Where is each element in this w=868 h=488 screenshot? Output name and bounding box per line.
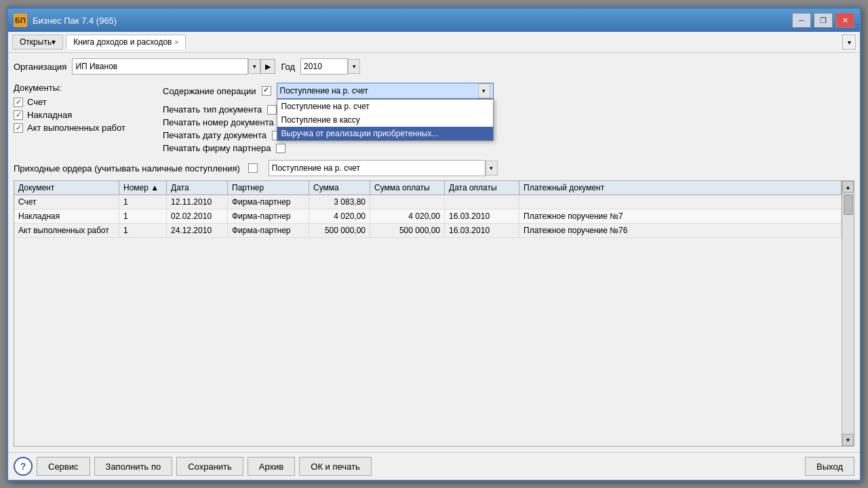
year-label: Год (281, 62, 295, 72)
main-window: БП Бизнес Пак 7.4 (965) ─ ❐ ✕ Открыть▾ К… (7, 7, 861, 481)
app-icon: БП (14, 14, 27, 27)
td-sum-2: 500 000,00 (309, 224, 370, 237)
table-row[interactable]: Акт выполненных работ 1 24.12.2010 Фирма… (14, 224, 842, 238)
doc-item-nakl: Накладная (14, 110, 163, 120)
service-button[interactable]: Сервис (37, 457, 90, 476)
print-label-0: Печатать тип документа (163, 104, 262, 115)
td-paydoc-0 (519, 195, 842, 209)
doc-label-act: Акт выполненных работ (27, 123, 125, 133)
fill-button[interactable]: Заполнить по (94, 457, 173, 476)
th-document[interactable]: Документ (14, 181, 119, 195)
th-date[interactable]: Дата (167, 181, 228, 195)
tab-close-icon[interactable]: × (175, 39, 179, 46)
close-button[interactable]: ✕ (835, 13, 854, 28)
restore-button[interactable]: ❐ (814, 13, 833, 28)
income-combo[interactable]: Поступление на р. счет (269, 160, 486, 176)
scroll-up-button[interactable]: ▲ (842, 181, 854, 193)
save-button[interactable]: Сохранить (176, 457, 243, 476)
documents-table: Документ Номер ▲ Дата Партнер Сумма Сумм… (14, 180, 854, 447)
year-combo-arrow[interactable]: ▾ (348, 59, 360, 74)
archive-button[interactable]: Архив (248, 457, 295, 476)
table-scrollbar[interactable]: ▲ ▼ (842, 181, 854, 446)
td-doc-2: Акт выполненных работ (14, 224, 119, 237)
td-paydoc-2: Платежное поручение №76 (519, 224, 842, 237)
settings-panel: Документы: Счет Накладная Акт выполненны… (14, 83, 854, 153)
main-combo-wrapper: Поступление на р. счет ▾ Поступление на … (277, 83, 494, 99)
help-button[interactable]: ? (14, 457, 33, 476)
doc-label-nakl: Накладная (27, 110, 72, 120)
table-row[interactable]: Счет 1 12.11.2010 Фирма-партнер 3 083,80 (14, 195, 842, 209)
doc-label-schet: Счет (27, 97, 47, 107)
checkbox-nakl[interactable] (14, 110, 23, 120)
tab-dropdown-arrow[interactable]: ▾ (842, 35, 856, 49)
income-orders-label: Приходные ордера (учитывать наличные пос… (14, 163, 240, 174)
footer: ? Сервис Заполнить по Сохранить Архив ОК… (8, 452, 860, 480)
checkbox-schet[interactable] (14, 98, 23, 107)
table-header: Документ Номер ▲ Дата Партнер Сумма Сумм… (14, 181, 842, 195)
window-title: Бизнес Пак 7.4 (965) (33, 16, 792, 26)
content-op-label: Содержание операции (163, 86, 256, 96)
checkbox-act[interactable] (14, 123, 23, 133)
doc-item-act: Акт выполненных работ (14, 123, 163, 133)
title-bar: БП Бизнес Пак 7.4 (965) ─ ❐ ✕ (8, 9, 860, 32)
print-checkbox-0[interactable] (267, 105, 277, 115)
tab-income-book[interactable]: Книга доходов и расходов × (66, 35, 186, 49)
main-content: Организация ИП Иванов ▾ ▶ Год 2010 ▾ Док… (8, 53, 860, 452)
main-combo-arrow[interactable]: ▾ (478, 83, 490, 98)
print-row-2: Печатать дату документа (163, 130, 854, 140)
dropdown-item-0[interactable]: Поступление на р. счет (277, 100, 493, 113)
td-paysum-2: 500 000,00 (370, 224, 445, 237)
td-sum-0: 3 083,80 (309, 195, 370, 209)
td-date-0: 12.11.2010 (167, 195, 228, 209)
year-combo[interactable]: 2010 (300, 58, 348, 75)
th-paydoc[interactable]: Платежный документ (519, 181, 842, 195)
th-partner[interactable]: Партнер (228, 181, 309, 195)
table-row[interactable]: Накладная 1 02.02.2010 Фирма-партнер 4 0… (14, 209, 842, 224)
td-partner-2: Фирма-партнер (228, 224, 309, 237)
main-dropdown-menu: Поступление на р. счет Поступление в кас… (277, 99, 494, 141)
content-op-checkbox[interactable] (262, 86, 271, 96)
dropdown-item-1[interactable]: Поступление в кассу (277, 113, 493, 127)
td-date-2: 24.12.2010 (167, 224, 228, 237)
td-doc-0: Счет (14, 195, 119, 209)
th-paydate[interactable]: Дата оплаты (445, 181, 519, 195)
content-op-row: Содержание операции Поступление на р. сч… (163, 83, 854, 99)
documents-label: Документы: (14, 83, 163, 93)
th-sum[interactable]: Сумма (309, 181, 370, 195)
print-row-1: Печатать номер документа (163, 117, 854, 127)
td-paydate-0 (445, 195, 519, 209)
org-combo[interactable]: ИП Иванов (72, 58, 248, 75)
main-combo[interactable]: Поступление на р. счет ▾ (277, 83, 494, 99)
td-doc-1: Накладная (14, 209, 119, 223)
scroll-down-button[interactable]: ▼ (842, 434, 854, 446)
tab-bar: Открыть▾ Книга доходов и расходов × ▾ (8, 32, 860, 53)
th-paysum[interactable]: Сумма оплаты (370, 181, 445, 195)
income-orders-row: Приходные ордера (учитывать наличные пос… (14, 160, 854, 176)
exit-button[interactable]: Выход (805, 457, 854, 476)
dropdown-item-2[interactable]: Выручка от реализации приобретенных... (277, 127, 493, 140)
window-controls: ─ ❐ ✕ (792, 13, 854, 28)
doc-item-schet: Счет (14, 97, 163, 107)
org-label: Организация (14, 62, 66, 72)
th-number[interactable]: Номер ▲ (119, 181, 167, 195)
td-date-1: 02.02.2010 (167, 209, 228, 223)
td-paysum-0 (370, 195, 445, 209)
td-partner-1: Фирма-партнер (228, 209, 309, 223)
td-sum-1: 4 020,00 (309, 209, 370, 223)
income-combo-arrow[interactable]: ▾ (486, 161, 498, 176)
ok-print-button[interactable]: ОК и печать (299, 457, 371, 476)
print-options: Содержание операции Поступление на р. сч… (163, 83, 854, 153)
print-label-3: Печатать фирму партнера (163, 143, 271, 153)
scroll-thumb[interactable] (844, 195, 853, 215)
td-paydoc-1: Платежное поручение №7 (519, 209, 842, 223)
td-partner-0: Фирма-партнер (228, 195, 309, 209)
print-row-0: Печатать тип документа (163, 104, 854, 115)
print-checkbox-3[interactable] (276, 144, 285, 153)
open-button[interactable]: Открыть▾ (12, 35, 63, 49)
minimize-button[interactable]: ─ (792, 13, 811, 28)
main-combo-selected: Поступление на р. счет (280, 86, 368, 96)
org-combo-arrow[interactable]: ▾ (248, 59, 260, 74)
print-label-1: Печатать номер документа (163, 117, 274, 127)
org-nav-button[interactable]: ▶ (260, 59, 275, 74)
income-orders-checkbox[interactable] (248, 163, 258, 173)
